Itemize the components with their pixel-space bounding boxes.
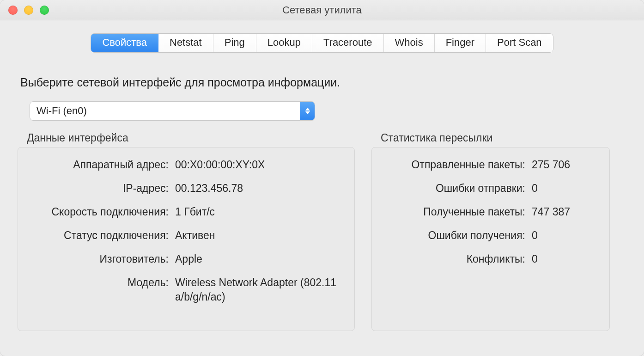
- window-title: Сетевая утилита: [0, 4, 644, 16]
- ip-address-value: 00.123.456.78: [175, 181, 342, 196]
- collisions-value: 0: [532, 252, 597, 266]
- tab-portscan[interactable]: Port Scan: [486, 34, 553, 52]
- titlebar: Сетевая утилита: [0, 0, 644, 20]
- recv-packets-value: 747 387: [532, 205, 597, 219]
- row-send-errors: Ошибки отправки: 0: [384, 181, 597, 196]
- row-collisions: Конфликты: 0: [384, 252, 597, 266]
- sent-packets-value: 275 706: [532, 158, 597, 172]
- tab-whois[interactable]: Whois: [384, 34, 435, 52]
- link-speed-value: 1 Гбит/с: [175, 205, 342, 219]
- tabs: Свойства Netstat Ping Lookup Traceroute …: [91, 33, 553, 53]
- send-errors-label: Ошибки отправки:: [384, 181, 525, 196]
- recv-errors-label: Ошибки получения:: [384, 228, 525, 243]
- app-window: Сетевая утилита Свойства Netstat Ping Lo…: [0, 0, 644, 356]
- ip-address-label: IP-адрес:: [30, 181, 169, 196]
- interface-select-wrap: Wi-Fi (en0): [30, 101, 626, 121]
- row-recv-errors: Ошибки получения: 0: [384, 228, 597, 243]
- tab-lookup[interactable]: Lookup: [256, 34, 312, 52]
- transfer-stats-group: Статистика пересылки Отправленные пакеты…: [371, 132, 610, 331]
- transfer-stats-title: Статистика пересылки: [381, 132, 610, 144]
- row-vendor: Изготовитель: Apple: [30, 252, 342, 266]
- row-ip-address: IP-адрес: 00.123.456.78: [30, 181, 342, 196]
- tab-ping[interactable]: Ping: [213, 34, 256, 52]
- recv-errors-value: 0: [532, 228, 597, 243]
- interface-data-group: Данные интерфейса Аппаратный адрес: 00:X…: [18, 132, 355, 331]
- link-speed-label: Скорость подключения:: [30, 205, 169, 219]
- interface-data-box: Аппаратный адрес: 00:X0:00:00:XY:0X IP-а…: [18, 147, 355, 331]
- collisions-label: Конфликты:: [384, 252, 525, 266]
- interface-select-value: Wi-Fi (en0): [30, 105, 300, 117]
- sent-packets-label: Отправленные пакеты:: [384, 158, 525, 172]
- tab-bar: Свойства Netstat Ping Lookup Traceroute …: [0, 20, 644, 61]
- row-model: Модель: Wireless Network Adapter (802.11…: [30, 276, 342, 304]
- prompt-text: Выберите сетевой интерфейс для просмотра…: [20, 76, 626, 89]
- recv-packets-label: Полученные пакеты:: [384, 205, 525, 219]
- content-pane: Выберите сетевой интерфейс для просмотра…: [0, 61, 644, 350]
- link-status-value: Активен: [175, 228, 342, 243]
- transfer-stats-box: Отправленные пакеты: 275 706 Ошибки отпр…: [371, 147, 610, 331]
- vendor-value: Apple: [175, 252, 342, 266]
- send-errors-value: 0: [532, 181, 597, 196]
- row-recv-packets: Полученные пакеты: 747 387: [384, 205, 597, 219]
- hw-address-value: 00:X0:00:00:XY:0X: [175, 158, 342, 172]
- chevron-updown-icon: [300, 102, 315, 120]
- model-value: Wireless Network Adapter (802.11 a/b/g/n…: [175, 276, 342, 304]
- row-link-status: Статус подключения: Активен: [30, 228, 342, 243]
- interface-select[interactable]: Wi-Fi (en0): [30, 101, 315, 121]
- hw-address-label: Аппаратный адрес:: [30, 158, 169, 172]
- tab-finger[interactable]: Finger: [435, 34, 486, 52]
- vendor-label: Изготовитель:: [30, 252, 169, 266]
- model-label: Модель:: [30, 276, 169, 290]
- row-hw-address: Аппаратный адрес: 00:X0:00:00:XY:0X: [30, 158, 342, 172]
- tab-info[interactable]: Свойства: [91, 34, 158, 52]
- interface-data-title: Данные интерфейса: [27, 132, 355, 144]
- row-link-speed: Скорость подключения: 1 Гбит/с: [30, 205, 342, 219]
- panels: Данные интерфейса Аппаратный адрес: 00:X…: [18, 132, 626, 331]
- row-sent-packets: Отправленные пакеты: 275 706: [384, 158, 597, 172]
- tab-traceroute[interactable]: Traceroute: [312, 34, 384, 52]
- tab-netstat[interactable]: Netstat: [158, 34, 213, 52]
- link-status-label: Статус подключения:: [30, 228, 169, 243]
